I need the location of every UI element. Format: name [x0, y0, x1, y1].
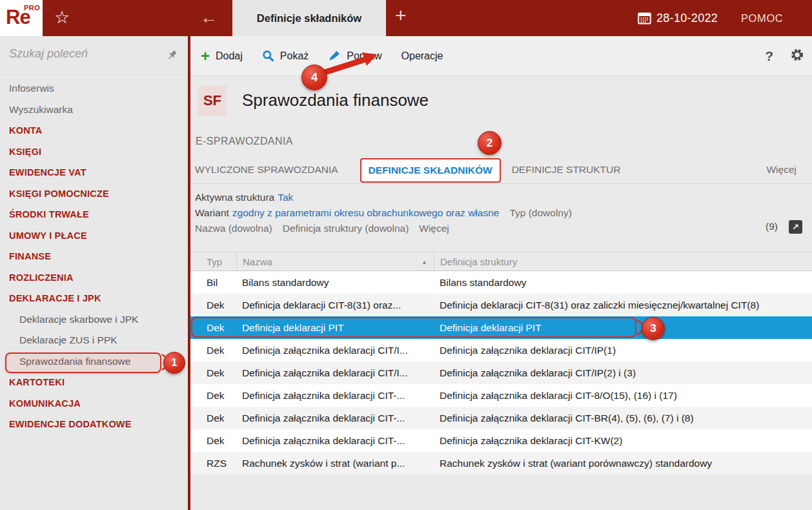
calendar-icon	[638, 12, 651, 25]
sidebar-item-wyszukiwarka[interactable]: Wyszukiwarka	[0, 99, 188, 121]
sidebar-section-ksiegi[interactable]: KSIĘGI	[0, 141, 188, 163]
column-header-nazwa[interactable]: Nazwa▲	[236, 252, 434, 270]
logo-pro-badge: PRO	[24, 4, 40, 12]
cell-c2: Rachunek zysków i strat (wariant p...	[236, 458, 434, 469]
cell-c3: Bilans standardowy	[434, 277, 812, 289]
top-bar: Re PRO ☆ ← Definicje składników + 28-10-…	[0, 0, 812, 36]
table-row[interactable]: DekDefinicja załącznika deklaracji CIT/I…	[190, 339, 812, 362]
cell-c2: Definicja załącznika deklaracji CIT-...	[236, 390, 434, 402]
help-menu[interactable]: POMOC	[741, 0, 783, 36]
table-row[interactable]: DekDefinicja załącznika deklaracji CIT-.…	[190, 384, 812, 407]
cell-c1: Dek	[190, 300, 236, 311]
dodaj-label: Dodaj	[216, 50, 243, 62]
sidebar-section-finanse[interactable]: FINANSE	[0, 246, 188, 267]
tab-definicje-struktur[interactable]: DEFINICJE STRUKTUR	[512, 164, 621, 176]
cell-c2: Definicja deklaracji PIT	[236, 322, 434, 334]
expand-window-button[interactable]: ↗	[789, 220, 802, 234]
sidebar-item-sprawozdania-finansowe[interactable]: Sprawozdania finansowe	[0, 351, 188, 372]
search-icon	[262, 50, 274, 62]
tab-wiecej[interactable]: Więcej	[766, 164, 797, 176]
cell-c3: Definicja załącznika deklaracji CIT-8/O(…	[434, 390, 812, 402]
sort-ascending-icon: ▲	[421, 259, 427, 265]
table-row[interactable]: DekDefinicja deklaracji CIT-8(31) oraz..…	[190, 294, 812, 316]
sidebar-section-konta[interactable]: KONTA	[0, 120, 188, 141]
pin-icon[interactable]	[167, 50, 178, 63]
filter-line-3: Nazwa (dowolna)Definicja struktury (dowo…	[195, 221, 802, 236]
pokaz-label: Pokaż	[280, 50, 309, 62]
dodaj-button[interactable]: +Dodaj	[201, 50, 243, 63]
table-row[interactable]: RZSRachunek zysków i strat (wariant p...…	[190, 452, 812, 474]
column-header-definicja-struktury[interactable]: Definicja struktury	[434, 252, 812, 270]
table-row[interactable]: DekDefinicja załącznika deklaracji CIT-.…	[190, 429, 812, 452]
filter-line-1: Aktywna strukturaTak	[195, 190, 802, 205]
date-picker[interactable]: 28-10-2022	[638, 0, 718, 36]
ne-arrow-icon: ↗	[792, 222, 799, 232]
cell-c2: Bilans standardowy	[236, 277, 434, 289]
table-row-selected[interactable]: DekDefinicja deklaracji PITDefinicja dek…	[190, 316, 812, 339]
view-tabs: WYLICZONE SPRAWOZDANIADEFINICJE SKŁADNIK…	[190, 156, 812, 184]
sidebar-section-ewidencje-dodatkowe[interactable]: EWIDENCJE DODATKOWE	[0, 414, 188, 435]
cell-c1: Dek	[190, 390, 236, 402]
filter-line-2: Wariantzgodny z parametrami okresu obrac…	[195, 205, 802, 221]
sidebar-section-ksiegi-pomocnicze[interactable]: KSIĘGI POMOCNICZE	[0, 183, 188, 205]
filter-typ-dowolny[interactable]: Typ (dowolny)	[509, 207, 571, 218]
cell-c1: Dek	[190, 413, 236, 424]
gear-icon[interactable]	[790, 48, 804, 65]
sidebar-section-ewidencje-vat[interactable]: EWIDENCJE VAT	[0, 162, 188, 183]
pokaz-button[interactable]: Pokaż	[262, 50, 309, 62]
command-search[interactable]: Szukaj poleceń	[0, 36, 188, 76]
sidebar-item-deklaracje-skarbowe-i-jpk[interactable]: Deklaracje skarbowe i JPK	[0, 309, 188, 331]
filter-zgodny-z-parametrami-okresu-obrachunkowego-oraz-wlasne[interactable]: zgodny z parametrami okresu obrachunkowe…	[232, 207, 500, 218]
filter-aktywna-struktura: Aktywna struktura	[195, 192, 274, 203]
cell-c2: Definicja załącznika deklaracji CIT/I...	[236, 367, 434, 379]
help-question-icon[interactable]: ?	[765, 48, 773, 64]
table-row[interactable]: DekDefinicja załącznika deklaracji CIT/I…	[190, 362, 812, 384]
filter-wiecej[interactable]: Więcej	[419, 223, 449, 234]
cell-c3: Definicja deklaracji CIT-8(31) oraz zali…	[434, 300, 812, 311]
main-panel: +DodajPokażPoprawOperacje ? SF Sprawozda…	[190, 36, 812, 510]
cell-c3: Definicja załącznika deklaracji CIT-KW(2…	[434, 435, 812, 447]
module-badge: SF	[198, 86, 227, 116]
filter-tak[interactable]: Tak	[278, 192, 293, 203]
toolbar-right: ?	[765, 48, 812, 65]
table-row[interactable]: BilBilans standardowyBilans standardowy	[190, 271, 812, 294]
sidebar-item-deklaracje-zus-i-ppk[interactable]: Deklaracje ZUS i PPK	[0, 330, 188, 351]
tab-wyliczone-sprawozdania[interactable]: WYLICZONE SPRAWOZDANIA	[195, 164, 338, 176]
sidebar-item-infoserwis[interactable]: Infoserwis	[0, 78, 188, 99]
table-header: TypNazwa▲Definicja struktury	[190, 252, 812, 271]
sidebar-section-umowy-i-place[interactable]: UMOWY I PŁACE	[0, 225, 188, 247]
column-header-typ[interactable]: Typ	[190, 256, 236, 267]
operacje-button[interactable]: Operacje	[401, 50, 443, 62]
new-tab-button[interactable]: +	[395, 5, 407, 26]
table-row[interactable]: DekDefinicja załącznika deklaracji CIT-.…	[190, 407, 812, 429]
filter-nazwa-dowolna[interactable]: Nazwa (dowolna)	[195, 223, 272, 234]
popraw-button[interactable]: Popraw	[328, 50, 381, 63]
window-tab-active[interactable]: Definicje składników	[232, 0, 386, 36]
sidebar-section-rozliczenia[interactable]: ROZLICZENIA	[0, 267, 188, 289]
operacje-label: Operacje	[401, 50, 443, 62]
result-count: (9)	[766, 221, 778, 232]
cell-c3: Rachunek zysków i strat (wariant porówna…	[434, 458, 812, 469]
favorites-star-icon[interactable]: ☆	[54, 7, 70, 28]
search-placeholder: Szukaj poleceń	[9, 47, 88, 61]
toolbar-buttons: +DodajPokażPoprawOperacje	[201, 50, 462, 63]
cell-c3: Definicja załącznika deklaracji CIT/IP(2…	[434, 367, 812, 379]
sidebar-section-deklaracje-i-jpk[interactable]: DEKLARACJE I JPK	[0, 288, 188, 309]
sidebar-section-komunikacja[interactable]: KOMUNIKACJA	[0, 393, 188, 414]
filter-bar: Aktywna strukturaTakWariantzgodny z para…	[195, 190, 802, 236]
back-arrow-icon[interactable]: ←	[200, 6, 218, 28]
cell-c3: Definicja załącznika deklaracji CIT/IP(1…	[434, 345, 812, 356]
cell-c1: Dek	[190, 345, 236, 356]
sidebar-menu: InfoserwisWyszukiwarkaKONTAKSIĘGIEWIDENC…	[0, 76, 188, 435]
sidebar-section-kartoteki[interactable]: KARTOTEKI	[0, 372, 188, 393]
app-logo[interactable]: Re PRO	[0, 0, 43, 36]
cell-c3: Definicja deklaracji PIT	[434, 322, 812, 334]
cell-c1: Dek	[190, 322, 236, 334]
filter-wariant: Wariant	[195, 207, 229, 218]
page-title: Sprawozdania finansowe	[242, 90, 429, 110]
filter-definicja-struktury-dowolna[interactable]: Definicja struktury (dowolna)	[283, 223, 409, 234]
tab-definicje-skladnikow[interactable]: DEFINICJE SKŁADNIKÓW	[360, 158, 501, 183]
plus-icon: +	[201, 50, 210, 63]
sidebar-section-srodki-trwale[interactable]: ŚRODKI TRWAŁE	[0, 204, 188, 225]
cell-c1: RZS	[190, 458, 236, 469]
